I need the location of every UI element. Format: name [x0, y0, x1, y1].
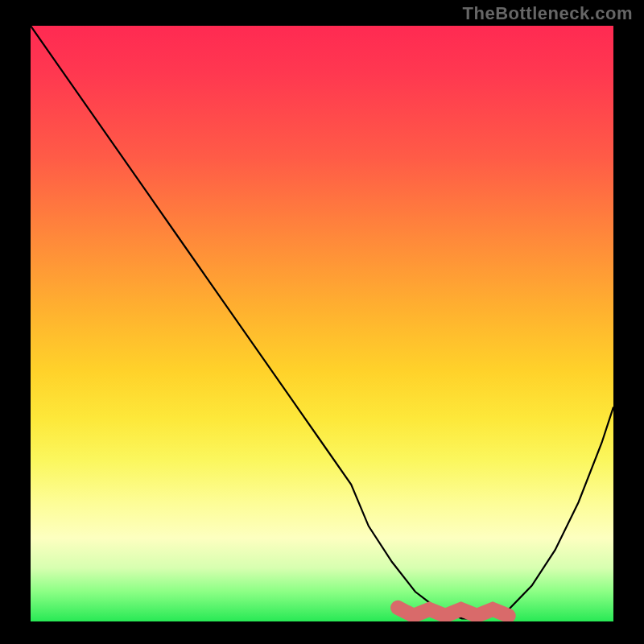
- plot-area: [31, 26, 613, 621]
- curve-layer: [31, 26, 613, 621]
- watermark-text: TheBottleneck.com: [463, 3, 633, 24]
- sweet-spot-band: [398, 608, 509, 616]
- chart-frame: TheBottleneck.com: [0, 0, 644, 644]
- bottleneck-curve: [31, 26, 613, 618]
